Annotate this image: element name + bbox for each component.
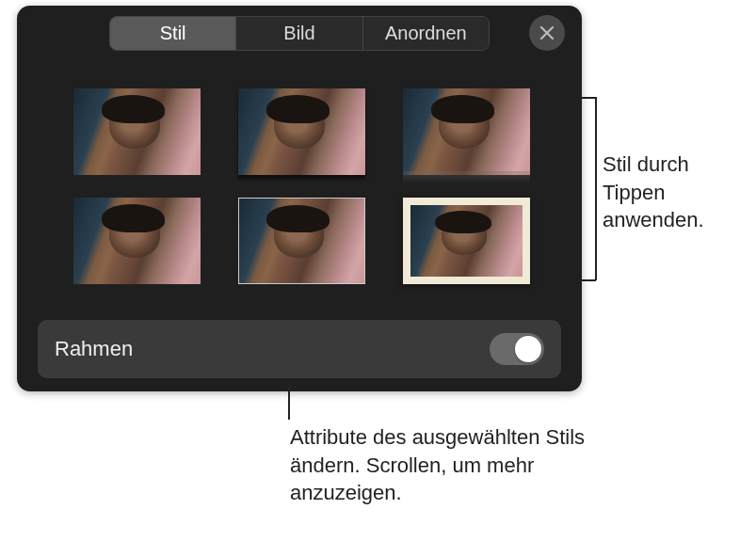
style-thumb-reflection[interactable]	[403, 88, 530, 175]
callout-leader	[595, 97, 597, 280]
style-grid	[17, 60, 582, 303]
panel-header: Stil Bild Anordnen	[17, 6, 582, 60]
frame-toggle[interactable]	[490, 333, 544, 365]
tab-anordnen[interactable]: Anordnen	[363, 17, 489, 50]
callout-leader	[288, 384, 290, 420]
style-thumb-white-frame[interactable]	[403, 198, 530, 284]
frame-row: Rahmen	[38, 320, 561, 378]
portrait-image	[73, 198, 201, 284]
portrait-image	[238, 88, 365, 175]
style-thumb-shadow[interactable]	[238, 88, 365, 175]
portrait-image	[73, 88, 201, 175]
tab-bar: Stil Bild Anordnen	[109, 16, 490, 51]
style-thumb-plain-2[interactable]	[73, 198, 201, 284]
toggle-knob	[515, 336, 541, 362]
tab-bild[interactable]: Bild	[236, 17, 362, 50]
portrait-image	[403, 88, 530, 175]
style-thumb-plain[interactable]	[73, 88, 201, 175]
close-button[interactable]	[529, 15, 565, 51]
portrait-image	[238, 198, 365, 284]
style-panel: Stil Bild Anordnen Rahmen	[17, 6, 582, 391]
callout-leader	[582, 97, 596, 99]
close-icon	[539, 25, 555, 40]
callout-attributes: Attribute des ausgewählten Stils ändern.…	[290, 423, 619, 507]
frame-label: Rahmen	[55, 337, 133, 361]
callout-apply-style: Stil durch Tippen anwenden.	[603, 151, 744, 234]
callout-leader	[582, 279, 596, 281]
tab-stil[interactable]: Stil	[110, 17, 236, 50]
portrait-image	[410, 205, 523, 277]
style-thumb-thin-border[interactable]	[238, 198, 365, 284]
